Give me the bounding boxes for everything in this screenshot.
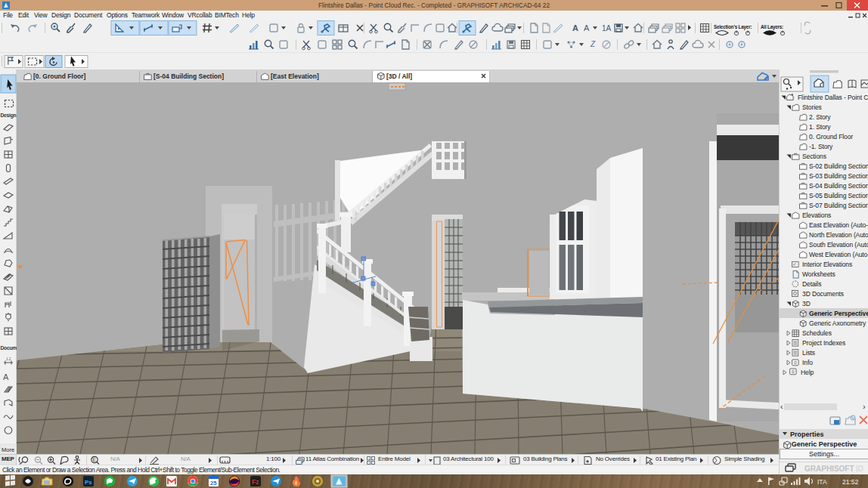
svg-text:21:52: 21:52 xyxy=(842,478,859,486)
svg-text:Fz: Fz xyxy=(252,478,259,486)
svg-text:Docum: Docum xyxy=(1,345,17,351)
svg-text:All Layers:: All Layers: xyxy=(761,24,783,30)
svg-text:Selectionʼs Layer:: Selectionʼs Layer: xyxy=(714,24,752,30)
svg-text:‹: ‹ xyxy=(780,402,783,411)
svg-text:More: More xyxy=(2,446,14,453)
svg-text:E: E xyxy=(93,457,97,462)
svg-text:A: A xyxy=(3,372,9,381)
svg-text:Generic Perspective: Generic Perspective xyxy=(792,440,857,448)
svg-text:›: › xyxy=(863,402,866,411)
svg-text:A: A xyxy=(584,23,590,32)
svg-text:A: A xyxy=(572,23,578,32)
svg-text:GRAPHISOFT: GRAPHISOFT xyxy=(804,465,854,473)
svg-text:1A: 1A xyxy=(602,24,612,32)
svg-text:Ps: Ps xyxy=(85,479,92,486)
svg-text:Design: Design xyxy=(1,113,17,119)
svg-text:25: 25 xyxy=(210,480,216,486)
svg-text:Properties: Properties xyxy=(790,431,824,438)
svg-text:Z: Z xyxy=(590,40,596,48)
svg-text:Settings...: Settings... xyxy=(809,450,839,458)
svg-text:ID: ID xyxy=(856,465,863,473)
svg-text:ITA: ITA xyxy=(817,478,827,486)
